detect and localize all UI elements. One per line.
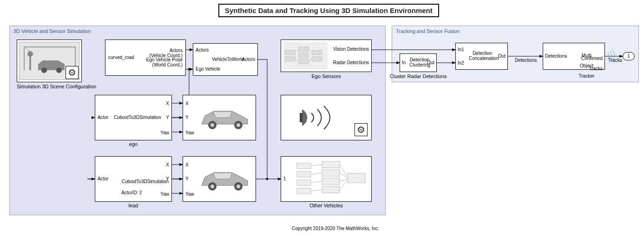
svg-rect-17 xyxy=(299,47,309,52)
lead-label: lead xyxy=(95,203,172,208)
scenario-reader-out-egopose: Ego Vehicle Pose(World Coord.) xyxy=(138,52,183,73)
other-vehicles-label: Other Vehicles xyxy=(281,203,372,208)
copyright-text: Copyright 2019-2020 The MathWorks, Inc. xyxy=(292,226,379,231)
svg-rect-20 xyxy=(312,50,322,55)
gear-icon[interactable]: ⚙ xyxy=(355,123,368,136)
other-in1: 1 xyxy=(283,176,286,181)
svg-rect-15 xyxy=(285,50,295,55)
svg-rect-29 xyxy=(297,180,311,185)
ego-out-x: X xyxy=(166,101,169,106)
svg-point-8 xyxy=(210,123,214,127)
svg-rect-16 xyxy=(285,57,295,61)
ego-sensors-label: Ego Sensors xyxy=(281,73,372,79)
other-vehicles-preview xyxy=(294,159,368,198)
svg-point-12 xyxy=(210,185,214,188)
svg-rect-34 xyxy=(322,186,340,193)
tracker-out: Confirmed Tracks xyxy=(573,51,603,76)
svg-point-4 xyxy=(27,51,33,57)
subsystem-fusion-label: Tracking and Sensor Fusion xyxy=(396,28,460,34)
svg-rect-18 xyxy=(299,53,309,58)
v2w-in-actors: Actors xyxy=(196,47,209,53)
car-icon xyxy=(199,167,250,192)
block-cluster[interactable]: In DetectionClustering Out xyxy=(400,53,437,72)
block-lead-cuboid[interactable]: Actor CuboidTo3DSimulation ActorID: 2 X … xyxy=(95,156,172,202)
tracker-in: Detections xyxy=(545,53,567,59)
sensors-out-vision: Vision Detections xyxy=(333,46,369,52)
svg-rect-28 xyxy=(297,172,311,177)
lead-in-actor: Actor xyxy=(98,176,108,181)
svg-line-22 xyxy=(295,49,299,53)
block-ego-vehicle[interactable]: X Y Yaw xyxy=(183,95,256,140)
block-other-vehicles[interactable]: 1 xyxy=(281,156,372,202)
block-ego-cuboid[interactable]: Actor CuboidTo3DSimulation X Y Yaw xyxy=(95,95,172,140)
block-lead-vehicle[interactable]: X Y Yaw xyxy=(183,156,256,202)
block-concat[interactable]: In1 In2 DetectionConcatenation Out xyxy=(455,43,508,70)
title-text: Synthetic Data and Tracking Using 3D Sim… xyxy=(225,7,433,14)
svg-rect-27 xyxy=(297,163,311,169)
svg-rect-21 xyxy=(312,57,322,61)
car-icon xyxy=(199,106,250,131)
concat-out: Out xyxy=(498,53,506,59)
lead-out-x: X xyxy=(166,162,169,167)
block-scene-config[interactable]: ⚙ xyxy=(17,40,82,82)
svg-line-39 xyxy=(311,190,322,191)
signal-tracks: Tracks xyxy=(608,58,622,63)
ego-text: CuboidTo3DSimulation xyxy=(114,115,161,120)
outport-1[interactable]: 1 xyxy=(623,52,635,60)
ego-out-y: Y xyxy=(166,115,169,120)
ego-sensors-preview xyxy=(283,42,328,70)
svg-rect-26 xyxy=(300,113,302,122)
block-radar-config[interactable]: ⚙ xyxy=(281,95,372,140)
gear-icon[interactable]: ⚙ xyxy=(66,66,79,79)
concat-in1: In1 xyxy=(458,47,464,52)
sensors-out-radar: Radar Detections xyxy=(333,60,369,65)
svg-point-14 xyxy=(237,185,240,188)
svg-line-36 xyxy=(311,165,322,166)
leadveh-in-yaw: Yaw xyxy=(185,192,194,197)
svg-line-38 xyxy=(311,181,322,183)
svg-line-42 xyxy=(340,179,348,181)
v2w-out: Actors xyxy=(242,57,255,62)
scene-config-label: Simulation 3D Scene Configuration xyxy=(17,84,82,89)
cluster-in: In xyxy=(402,60,406,65)
subsystem-3d-sim-label: 3D Vehicle and Sensor Simulation xyxy=(13,28,91,34)
cluster-out: Out xyxy=(427,60,434,65)
svg-line-37 xyxy=(311,173,322,174)
page-title: Synthetic Data and Tracking Using 3D Sim… xyxy=(218,4,439,17)
block-tracker[interactable]: Detections Multi Object Tracker Confirme… xyxy=(543,43,605,70)
ego-in-actor: Actor xyxy=(98,115,108,120)
lead-out-y: Y xyxy=(166,176,169,181)
egoveh-in-x: X xyxy=(185,101,189,106)
outport-label: 1 xyxy=(623,53,634,59)
scenario-reader-center: curved_road xyxy=(108,55,134,60)
v2w-name: VehicleToWorld xyxy=(212,57,244,62)
lead-text: CuboidTo3DSimulation ActorID: 2 xyxy=(114,173,169,201)
svg-point-5 xyxy=(41,67,47,73)
radar-waves-icon xyxy=(300,104,355,132)
concat-in2: In2 xyxy=(458,60,464,66)
svg-rect-30 xyxy=(297,188,311,194)
v2w-in-ego: Ego Vehicle xyxy=(196,66,220,72)
ego-label: ego xyxy=(95,141,172,147)
svg-rect-32 xyxy=(322,170,340,176)
svg-rect-31 xyxy=(322,161,340,168)
svg-rect-35 xyxy=(348,173,365,183)
concat-text: DetectionConcatenation xyxy=(469,51,496,61)
block-ego-sensors[interactable]: Vision Detections Radar Detections xyxy=(281,40,372,72)
svg-line-25 xyxy=(309,59,312,62)
svg-line-23 xyxy=(295,59,299,62)
svg-rect-33 xyxy=(322,178,340,185)
svg-point-6 xyxy=(56,67,62,73)
svg-line-24 xyxy=(309,49,312,53)
block-scenario-reader[interactable]: curved_road Actors(Vehicle Coord.) Ego V… xyxy=(105,40,186,76)
lead-out-yaw: Yaw xyxy=(160,192,169,197)
svg-rect-19 xyxy=(299,60,309,64)
svg-line-43 xyxy=(340,180,348,190)
leadveh-in-x: X xyxy=(185,162,189,167)
egoveh-in-yaw: Yaw xyxy=(185,130,194,135)
leadveh-in-y: Y xyxy=(185,176,189,181)
signal-detections: Detections xyxy=(515,58,537,63)
ego-out-yaw: Yaw xyxy=(160,130,169,135)
svg-point-10 xyxy=(237,123,240,127)
block-vehicle-to-world[interactable]: Actors Ego Vehicle VehicleToWorld Actors xyxy=(193,43,258,76)
